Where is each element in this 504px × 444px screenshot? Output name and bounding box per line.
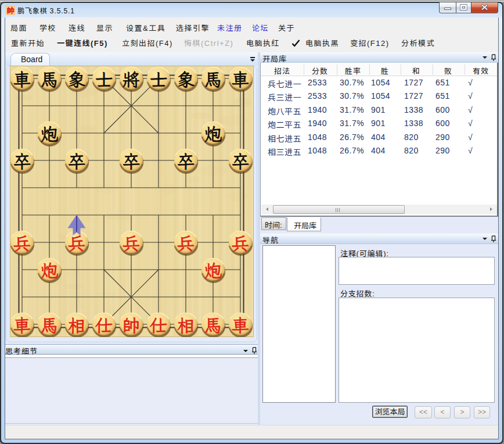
svg-text:炮: 炮	[41, 259, 59, 282]
svg-text:車: 車	[13, 67, 31, 91]
svg-text:炮: 炮	[204, 122, 222, 146]
svg-text:士: 士	[150, 67, 168, 91]
svg-text:馬: 馬	[41, 67, 59, 91]
svg-text:象: 象	[68, 67, 86, 91]
svg-text:兵: 兵	[232, 231, 250, 255]
svg-text:卒: 卒	[13, 149, 31, 173]
svg-text:卒: 卒	[177, 149, 195, 173]
svg-text:卒: 卒	[123, 149, 141, 173]
svg-text:仕: 仕	[150, 313, 168, 337]
svg-text:兵: 兵	[177, 231, 195, 255]
svg-text:相: 相	[177, 313, 195, 337]
svg-text:炮: 炮	[41, 122, 59, 146]
svg-text:象: 象	[177, 67, 195, 91]
svg-text:車: 車	[13, 313, 31, 337]
svg-text:帥: 帥	[123, 313, 141, 337]
svg-text:士: 士	[95, 67, 113, 91]
svg-text:馬: 馬	[204, 313, 222, 337]
svg-text:車: 車	[232, 313, 250, 337]
svg-text:卒: 卒	[68, 149, 86, 173]
svg-text:兵: 兵	[13, 231, 31, 255]
svg-text:兵: 兵	[68, 231, 86, 255]
svg-text:卒: 卒	[232, 149, 250, 173]
svg-text:兵: 兵	[123, 231, 141, 255]
svg-text:相: 相	[68, 313, 86, 337]
svg-text:炮: 炮	[204, 259, 222, 282]
svg-text:仕: 仕	[95, 313, 113, 337]
svg-text:馬: 馬	[204, 67, 222, 91]
svg-text:將: 將	[123, 67, 141, 91]
svg-text:馬: 馬	[41, 313, 59, 337]
svg-text:車: 車	[232, 67, 250, 91]
